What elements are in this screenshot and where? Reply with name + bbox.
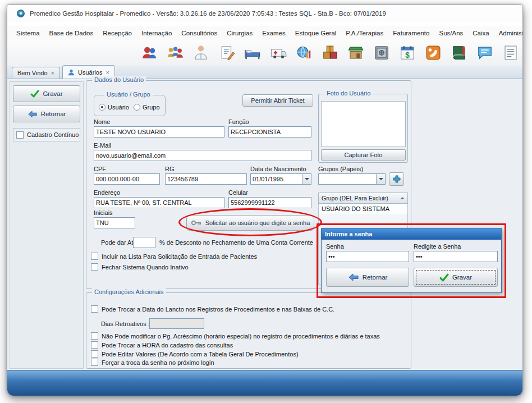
email-input[interactable] bbox=[94, 150, 311, 161]
pode-trocar-hora-checkbox-row[interactable]: Pode Trocar a HORA do cadastro das consu… bbox=[91, 341, 233, 349]
grupos-papeis-combo[interactable] bbox=[318, 173, 386, 185]
menu-exames[interactable]: Exames bbox=[262, 30, 286, 36]
grupos-papeis-label: Grupos (Papéis) bbox=[318, 166, 363, 172]
forcar-troca-senha-checkbox[interactable] bbox=[91, 359, 98, 366]
market-icon[interactable] bbox=[346, 43, 365, 62]
menu-faturamento[interactable]: Faturamento bbox=[393, 30, 429, 36]
permitir-abrir-ticket-button[interactable]: Permitir Abrir Ticket bbox=[242, 94, 313, 107]
staff-icon[interactable] bbox=[166, 43, 185, 62]
endereco-label: Endereço bbox=[94, 189, 120, 196]
pode-trocar-hora-checkbox[interactable] bbox=[91, 341, 98, 349]
pode-editar-valores-checkbox[interactable] bbox=[91, 350, 98, 358]
hospital-bed-icon[interactable] bbox=[243, 43, 262, 62]
sort-asc-icon bbox=[400, 195, 405, 199]
check-icon bbox=[30, 89, 39, 98]
close-icon[interactable]: × bbox=[106, 69, 109, 76]
celular-input[interactable] bbox=[228, 197, 311, 208]
dias-retroativos-input[interactable] bbox=[149, 318, 204, 329]
gravar-label: Gravar bbox=[43, 90, 62, 97]
menu-recepcao[interactable]: Recepção bbox=[103, 30, 132, 36]
nao-pode-modificar-checkbox-row[interactable]: Não Pode modificar o Pg. Acréscimo (horá… bbox=[91, 332, 380, 340]
menu-estoque-geral[interactable]: Estoque Geral bbox=[295, 30, 337, 36]
action-sidebar: Gravar Retornar Cadastro Contínuo bbox=[10, 81, 84, 369]
cadastro-continuo-checkbox[interactable] bbox=[16, 131, 24, 139]
forcar-troca-senha-checkbox-row[interactable]: Forçar a troca da senha no próximo login bbox=[91, 359, 214, 366]
chevron-down-icon[interactable] bbox=[302, 174, 311, 184]
menu-sistema[interactable]: Sistema bbox=[16, 30, 40, 36]
radio-grupo-row[interactable]: Grupo bbox=[134, 104, 160, 111]
menu-consultorios[interactable]: Consultórios bbox=[181, 30, 217, 36]
nao-pode-modificar-checkbox[interactable] bbox=[91, 332, 98, 340]
patients-icon[interactable] bbox=[140, 43, 159, 62]
prescription-icon[interactable] bbox=[217, 43, 236, 62]
menu-caixa[interactable]: Caixa bbox=[473, 30, 489, 36]
menu-administracao[interactable]: Administra bbox=[499, 30, 523, 36]
window-title: Promedico Gestão Hospitalar - Promedico … bbox=[30, 10, 386, 17]
tab-bem-vindo[interactable]: Bem Vindo × bbox=[12, 67, 60, 79]
dias-retroativos-label: Dias Retroativos : bbox=[101, 320, 150, 327]
usuario-grupo-title: Usuário / Grupo bbox=[104, 91, 153, 98]
rg-input[interactable] bbox=[165, 173, 247, 185]
list-item[interactable]: USUÁRIO DO SISTEMA bbox=[319, 204, 407, 214]
usuario-radio[interactable] bbox=[99, 104, 106, 111]
tab-usuarios-label: Usuários bbox=[78, 69, 102, 76]
grupos-papeis-input[interactable] bbox=[318, 173, 386, 185]
menu-internacao[interactable]: Internação bbox=[141, 30, 172, 36]
pode-editar-valores-label: Pode Editar Valores (De Acordo com a Tab… bbox=[102, 351, 299, 358]
fechar-sistema-checkbox-row[interactable]: Fechar Sistema Quando Inativo bbox=[91, 263, 189, 271]
nome-input[interactable] bbox=[94, 126, 224, 138]
chevron-down-icon[interactable] bbox=[376, 174, 385, 184]
foto-usuario-group: Foto do Usuário Capturar Foto bbox=[318, 94, 408, 163]
retornar-button[interactable]: Retornar bbox=[13, 106, 80, 122]
capturar-foto-button[interactable]: Capturar Foto bbox=[321, 149, 406, 161]
supplies-icon[interactable] bbox=[320, 43, 340, 62]
funcao-input[interactable] bbox=[228, 126, 311, 138]
pode-trocar-data-checkbox[interactable] bbox=[91, 305, 98, 313]
menu-sus-ans[interactable]: Sus/Ans bbox=[439, 30, 463, 36]
configuracoes-adicionais-title: Configurações Adicionais bbox=[92, 288, 166, 295]
incluir-lista-checkbox[interactable] bbox=[91, 253, 98, 260]
chat-icon[interactable] bbox=[475, 43, 494, 62]
desconto-input[interactable] bbox=[133, 237, 155, 248]
iniciais-input[interactable] bbox=[94, 217, 135, 228]
report-list-icon[interactable] bbox=[501, 43, 520, 62]
fechar-sistema-checkbox[interactable] bbox=[91, 263, 98, 271]
book-icon[interactable] bbox=[450, 43, 469, 62]
reports-globe-icon[interactable] bbox=[295, 43, 314, 62]
nascimento-label: Data de Nascimento bbox=[250, 166, 306, 172]
cpf-input[interactable] bbox=[94, 173, 160, 185]
celular-label: Celular bbox=[228, 189, 248, 196]
close-icon[interactable]: × bbox=[51, 70, 54, 76]
pode-trocar-data-checkbox-row[interactable]: Pode Trocar a Data do Lancto nos Registr… bbox=[91, 305, 334, 313]
radio-usuario-row[interactable]: Usuário bbox=[99, 104, 129, 111]
phone-icon[interactable] bbox=[424, 43, 443, 62]
email-label: E-Mail bbox=[94, 142, 111, 149]
nascimento-combo[interactable] bbox=[250, 173, 311, 185]
grupo-list-header-label: Grupo (DEL Para Excluir) bbox=[322, 195, 388, 202]
menu-bar: Sistema Base de Dados Recepção Internaçã… bbox=[7, 26, 523, 40]
doctor-icon[interactable] bbox=[191, 43, 210, 62]
billing-calendar-icon[interactable]: $ bbox=[398, 43, 417, 62]
incluir-lista-checkbox-row[interactable]: Incluir na Lista Para Solicitação de Ent… bbox=[91, 253, 257, 260]
cadastro-continuo-checkbox-row[interactable]: Cadastro Contínuo bbox=[13, 128, 80, 141]
grupo-radio[interactable] bbox=[134, 104, 140, 111]
retornar-label: Retornar bbox=[41, 111, 66, 117]
gravar-button[interactable]: Gravar bbox=[13, 85, 80, 102]
cpf-label: CPF bbox=[94, 166, 106, 172]
endereco-input[interactable] bbox=[94, 197, 224, 208]
configuracoes-adicionais-group: Configurações Adicionais Pode Trocar a D… bbox=[86, 292, 411, 369]
bottom-status-bar bbox=[7, 370, 523, 396]
menu-cirurgias[interactable]: Cirurgias bbox=[227, 30, 253, 36]
grupo-list-header[interactable]: Grupo (DEL Para Excluir) bbox=[318, 193, 408, 204]
pode-editar-valores-checkbox-row[interactable]: Pode Editar Valores (De Acordo com a Tab… bbox=[91, 350, 299, 358]
ambulance-icon[interactable] bbox=[269, 43, 288, 62]
safe-icon[interactable] bbox=[372, 43, 391, 62]
menu-pa-terapias[interactable]: P.A./Terapias bbox=[346, 30, 383, 36]
pode-trocar-hora-label: Pode Trocar a HORA do cadastro das consu… bbox=[102, 342, 233, 349]
rg-label: RG bbox=[165, 166, 175, 172]
add-grupo-button[interactable] bbox=[389, 172, 404, 186]
menu-base-de-dados[interactable]: Base de Dados bbox=[49, 30, 94, 36]
usuario-grupo-box: Usuário / Grupo Usuário Grupo bbox=[94, 95, 166, 116]
title-bar: Promedico Gestão Hospitalar - Promedico … bbox=[7, 5, 523, 22]
plus-icon bbox=[393, 175, 401, 183]
